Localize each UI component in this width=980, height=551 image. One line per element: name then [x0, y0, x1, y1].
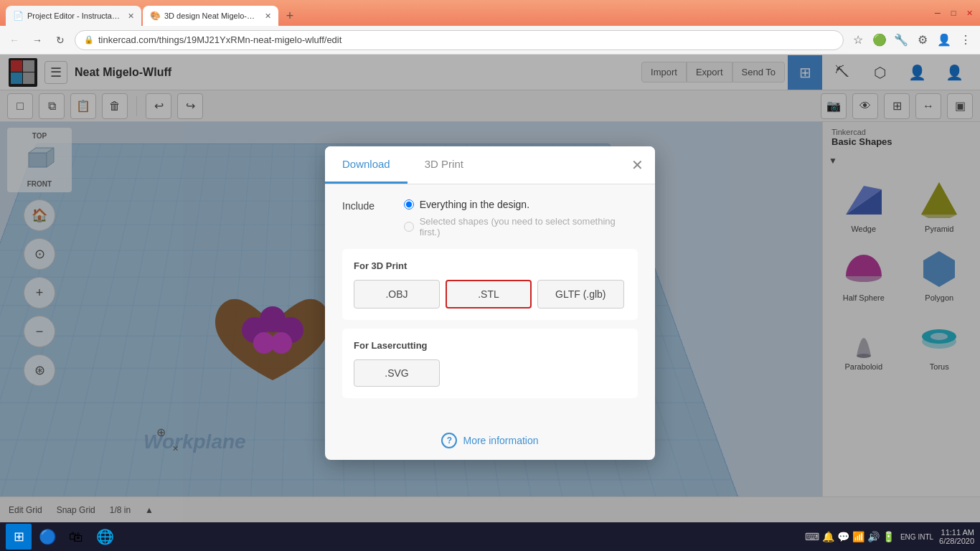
obj-button[interactable]: .OBJ: [354, 280, 440, 309]
browser-tab-2[interactable]: 🎨 3D design Neat Migelo-Wluff | T... ✕: [143, 6, 278, 26]
taskbar: ⊞ 🔵 🛍 🌐 ⌨ 🔔 💬 📶 🔊 🔋 ENG INTL 11:11 AM 6/…: [0, 522, 980, 551]
3d-print-buttons: .OBJ .STL GLTF (.glb): [354, 280, 626, 309]
store-icon: 🛍: [69, 529, 83, 545]
tab-download[interactable]: Download: [325, 146, 407, 184]
tab2-title: 3D design Neat Migelo-Wluff | T...: [164, 11, 258, 20]
time-text: 11:11 AM: [941, 528, 974, 537]
radio-selected-label: Selected shapes (you need to select some…: [420, 216, 638, 237]
refresh-button[interactable]: ↻: [52, 32, 69, 49]
new-tab-button[interactable]: +: [280, 6, 300, 26]
more-info-link[interactable]: ? More information: [441, 433, 538, 448]
browser-tabs: 📄 Project Editor - Instructables ✕ 🎨 3D …: [6, 0, 300, 26]
radio-everything-input[interactable]: [404, 199, 414, 209]
taskbar-right: ⌨ 🔔 💬 📶 🔊 🔋 ENG INTL 11:11 AM 6/28/2020: [805, 528, 974, 545]
address-input[interactable]: 🔒 tinkercad.com/things/19MJ21YxRMn-neat-…: [75, 30, 844, 50]
app-container: ☰ Neat Migelo-Wluff Import Export Send T…: [0, 55, 980, 522]
radio-selected: Selected shapes (you need to select some…: [404, 216, 638, 237]
3d-print-title: For 3D Print: [354, 260, 626, 271]
download-modal: Download 3D Print ✕ Include Everything i…: [325, 146, 655, 460]
radio-selected-input[interactable]: [404, 222, 414, 232]
close-button[interactable]: ✕: [964, 8, 974, 18]
lasercutting-buttons: .SVG: [354, 359, 626, 387]
back-button[interactable]: ←: [6, 32, 23, 49]
keyboard-icon[interactable]: ⌨: [805, 531, 819, 542]
modal-close-button[interactable]: ✕: [631, 156, 644, 174]
modal-footer: ? More information: [325, 421, 655, 460]
date-text: 6/28/2020: [939, 537, 974, 545]
menu-icon[interactable]: ⋮: [957, 32, 974, 49]
modal-overlay: Download 3D Print ✕ Include Everything i…: [0, 55, 980, 551]
radio-group: Everything in the design. Selected shape…: [404, 199, 638, 237]
minimize-button[interactable]: ─: [933, 8, 943, 18]
main-area: Workplane ✕ ⊕ TOP FRONT 🏠 ⊙: [0, 122, 980, 522]
taskbar-store[interactable]: 🛍: [63, 524, 89, 550]
more-info-label: More information: [463, 435, 538, 446]
extension-icon-3[interactable]: ⚙: [914, 32, 931, 49]
modal-header: Download 3D Print ✕: [325, 146, 655, 184]
svg-button[interactable]: .SVG: [354, 359, 440, 387]
browser-tab-1[interactable]: 📄 Project Editor - Instructables ✕: [6, 6, 141, 26]
extension-icon-2[interactable]: 🔧: [892, 32, 910, 49]
lang-indicator: ENG INTL: [900, 532, 933, 542]
notification-icon[interactable]: 🔔: [822, 531, 834, 542]
windows-icon: ⊞: [14, 529, 24, 545]
taskbar-hp[interactable]: 🔵: [34, 524, 60, 550]
browser-titlebar: 📄 Project Editor - Instructables ✕ 🎨 3D …: [0, 0, 980, 26]
radio-everything[interactable]: Everything in the design.: [404, 199, 638, 210]
tab-3dprint[interactable]: 3D Print: [407, 146, 481, 184]
lasercutting-title: For Lasercutting: [354, 340, 626, 351]
browser-toolbar: ☆ 🟢 🔧 ⚙ 👤 ⋮: [849, 32, 974, 49]
tab2-close[interactable]: ✕: [265, 11, 271, 21]
extension-icon-1[interactable]: 🟢: [871, 32, 888, 49]
tab1-title: Project Editor - Instructables: [27, 11, 121, 20]
3d-print-section: For 3D Print .OBJ .STL GLTF (.glb): [342, 249, 638, 320]
info-circle-icon: ?: [441, 433, 457, 448]
wifi-icon[interactable]: 📶: [852, 531, 864, 542]
modal-body: Include Everything in the design. Select…: [325, 184, 655, 421]
lasercutting-section: For Lasercutting .SVG: [342, 329, 638, 398]
taskbar-clock: 11:11 AM 6/28/2020: [939, 528, 974, 545]
maximize-button[interactable]: □: [948, 8, 958, 18]
profile-icon[interactable]: 👤: [936, 32, 953, 49]
volume-icon[interactable]: 🔊: [867, 531, 880, 542]
address-text: tinkercad.com/things/19MJ21YxRMn-neat-mi…: [98, 34, 341, 45]
lang-text: ENG INTL: [900, 532, 933, 542]
hp-icon: 🔵: [39, 528, 57, 545]
systray: ⌨ 🔔 💬 📶 🔊 🔋: [805, 531, 895, 542]
include-label: Include: [342, 199, 392, 212]
lock-icon: 🔒: [84, 35, 94, 44]
stl-button[interactable]: .STL: [446, 280, 532, 309]
radio-everything-label: Everything in the design.: [420, 199, 529, 210]
start-button[interactable]: ⊞: [6, 524, 32, 550]
tab2-favicon: 🎨: [150, 11, 160, 21]
star-icon[interactable]: ☆: [849, 32, 867, 49]
tab1-favicon: 📄: [13, 11, 23, 21]
battery-icon[interactable]: 🔋: [882, 531, 895, 542]
gltf-button[interactable]: GLTF (.glb): [537, 280, 624, 309]
address-bar: ← → ↻ 🔒 tinkercad.com/things/19MJ21YxRMn…: [0, 26, 980, 55]
tab1-close[interactable]: ✕: [128, 11, 134, 21]
window-controls: ─ □ ✕: [933, 8, 974, 18]
chat-icon[interactable]: 💬: [837, 531, 849, 542]
include-row: Include Everything in the design. Select…: [342, 199, 638, 237]
taskbar-chrome[interactable]: 🌐: [92, 524, 118, 550]
forward-button[interactable]: →: [29, 32, 46, 49]
chrome-icon: 🌐: [96, 528, 114, 545]
